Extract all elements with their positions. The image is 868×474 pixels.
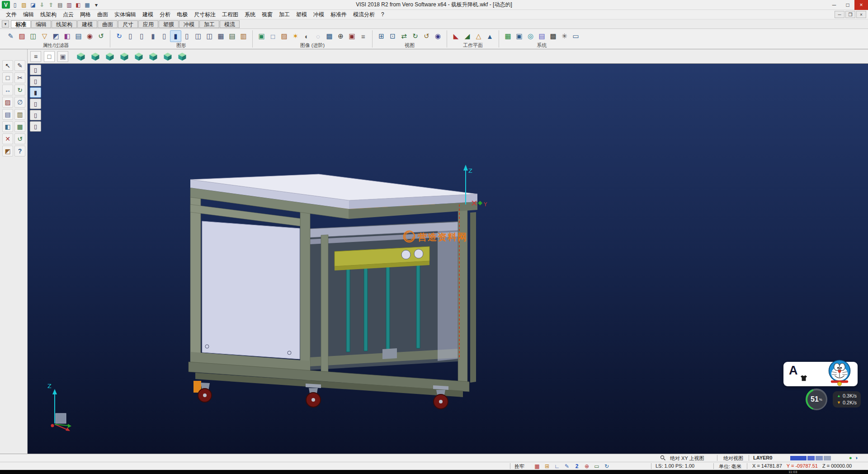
layer-swatch-2[interactable] <box>807 456 815 460</box>
texture-icon[interactable]: ▨ <box>278 30 290 42</box>
transparency-icon[interactable]: ◌ <box>312 30 324 42</box>
palette-icon[interactable]: ◧ <box>74 1 82 9</box>
active-layer-indicator[interactable]: LAYER0 <box>753 455 772 460</box>
menu-item[interactable]: 尺寸标注 <box>191 10 219 19</box>
previous-view-icon[interactable]: ↺ <box>421 30 432 42</box>
selection-filter-icon[interactable]: ◉ <box>84 30 95 42</box>
solid-icon[interactable]: ◧ <box>2 121 13 132</box>
menu-item[interactable]: 视窗 <box>259 10 276 19</box>
new-view-icon[interactable]: □ <box>44 51 55 62</box>
units-indicator[interactable]: 单位: 毫米 <box>719 463 741 470</box>
redraw-icon[interactable]: ↻ <box>113 30 125 42</box>
maximize-button[interactable]: □ <box>841 0 854 10</box>
plate-button-6[interactable]: ▯ <box>30 121 41 132</box>
sheet-view-icon-3[interactable]: ▮ <box>147 30 159 42</box>
chart-icon[interactable]: ▥ <box>65 1 73 9</box>
layers-icon[interactable]: ▤ <box>2 109 13 120</box>
properties-brush-icon[interactable]: ▨ <box>16 30 28 42</box>
iso-view-cube[interactable] <box>75 51 86 62</box>
tab-wireframe[interactable]: 线架构 <box>52 20 77 28</box>
help-icon[interactable]: ? <box>14 146 25 156</box>
tab-application[interactable]: 应用 <box>138 20 158 28</box>
menu-item[interactable]: 标准件 <box>327 10 350 19</box>
tab-molding[interactable]: 塑膜 <box>159 20 179 28</box>
undo-view-icon[interactable]: ↺ <box>14 133 25 144</box>
shaded-view-icon[interactable]: ▣ <box>57 51 68 62</box>
menu-item[interactable]: 编辑 <box>20 10 37 19</box>
search-icon[interactable] <box>660 455 666 461</box>
menu-item[interactable]: 冲模 <box>310 10 327 19</box>
ortho-icon[interactable]: ∟ <box>553 463 561 469</box>
viewport-menu-icon[interactable]: ≡ <box>30 51 41 62</box>
menu-item[interactable]: 分析 <box>156 10 174 19</box>
grid-icon[interactable]: ▦ <box>83 1 91 9</box>
bottom-view-cube[interactable] <box>133 51 144 62</box>
absolute-view-indicator[interactable]: 绝对视图 <box>723 455 743 462</box>
tab-modeling[interactable]: 建模 <box>77 20 97 28</box>
plate-button-2[interactable]: ▯ <box>30 76 41 86</box>
sheet-view-icon-1[interactable]: ▯ <box>125 30 136 42</box>
settings-icon[interactable]: ✳ <box>559 30 570 42</box>
active-sheet-icon[interactable]: ▮ <box>170 30 181 42</box>
menu-item[interactable]: ? <box>378 10 387 19</box>
tab-standard[interactable]: 标准 <box>11 20 31 28</box>
menu-item[interactable]: 模流分析 <box>350 10 378 19</box>
paint-icon[interactable]: ▨ <box>2 97 13 108</box>
layer-swatch-1[interactable] <box>790 456 807 460</box>
menu-item[interactable]: 建模 <box>139 10 156 19</box>
plate-button-5[interactable]: ▯ <box>30 110 41 120</box>
modify-properties-icon[interactable]: ✎ <box>5 30 16 42</box>
sheet-stack-icon-1[interactable]: ◫ <box>193 30 204 42</box>
pen-icon[interactable]: ✎ <box>563 463 571 469</box>
plate-button-1[interactable]: ▯ <box>30 65 41 75</box>
light-icon[interactable]: ✶ <box>290 30 301 42</box>
top-view-cube[interactable] <box>119 51 130 62</box>
zoom-fit-icon[interactable]: ⊞ <box>376 30 387 42</box>
menu-item[interactable]: 工程图 <box>219 10 241 19</box>
menu-item[interactable]: 线架构 <box>37 10 60 19</box>
delete-icon[interactable]: ✕ <box>2 133 13 144</box>
color-filter-icon[interactable]: ◧ <box>61 30 73 42</box>
close-button[interactable]: × <box>854 0 868 10</box>
menu-item[interactable]: 加工 <box>276 10 293 19</box>
ruler-icon[interactable]: ▭ <box>593 463 600 469</box>
dynamic-rotate-icon[interactable]: ◉ <box>432 30 443 42</box>
copy-properties-icon[interactable]: ◫ <box>28 30 39 42</box>
menu-item[interactable]: 电极 <box>174 10 191 19</box>
shaded-render-icon[interactable]: ▣ <box>256 30 267 42</box>
status-globe-icon[interactable]: ◑ <box>855 455 858 460</box>
notes-icon[interactable]: ▥ <box>14 109 25 120</box>
minimize-button[interactable]: ─ <box>827 0 841 10</box>
front-view-cube[interactable] <box>90 51 101 62</box>
tab-dimension[interactable]: 尺寸 <box>118 20 138 28</box>
globe-icon[interactable]: ◎ <box>525 30 536 42</box>
workplane-3points-icon[interactable]: △ <box>473 30 484 42</box>
export-icon[interactable]: ⇧ <box>47 1 55 9</box>
print-icon[interactable]: ▤ <box>56 1 64 9</box>
save-icon[interactable]: ◪ <box>29 1 37 9</box>
plate-button-3[interactable]: ▮ <box>30 87 41 98</box>
display-config-icon[interactable]: ▣ <box>514 30 525 42</box>
table-sheet-icon[interactable]: ▤ <box>226 30 238 42</box>
visi-logo[interactable]: V <box>2 1 10 9</box>
sheet-view-icon-2[interactable]: ▯ <box>136 30 147 42</box>
tab-flow[interactable]: 模流 <box>220 20 240 28</box>
mdi-minimize-button[interactable]: ─ <box>835 11 844 18</box>
tab-stamping[interactable]: 冲模 <box>179 20 199 28</box>
import-icon[interactable]: ⇩ <box>38 1 46 9</box>
network-gauge[interactable]: 51% <box>806 389 827 410</box>
wireframe-render-icon[interactable]: □ <box>267 30 278 42</box>
viewport-canvas[interactable]: Z Y Z 营造资料网 <box>28 64 868 454</box>
advanced-options-icon[interactable]: ≡ <box>358 30 369 42</box>
zoom-plus-icon[interactable]: ⊕ <box>335 30 346 42</box>
snap-lock-toggle[interactable]: 拴牢 <box>514 463 524 470</box>
palette-icon[interactable]: ◩ <box>2 146 13 156</box>
viewport-3d[interactable]: ▯▯▮▯▯▯ <box>28 64 868 454</box>
background-icon[interactable]: ▩ <box>324 30 335 42</box>
status-green-icon[interactable]: ● <box>849 455 852 460</box>
toolbar-options-icon[interactable]: ▾ <box>92 1 100 9</box>
system-grid-icon[interactable]: ▦ <box>502 30 514 42</box>
taskbar-sliver[interactable]: 11:03 <box>0 470 868 474</box>
graph-icon[interactable]: ▥ <box>238 30 249 42</box>
trim-icon[interactable]: ✂ <box>14 72 25 83</box>
